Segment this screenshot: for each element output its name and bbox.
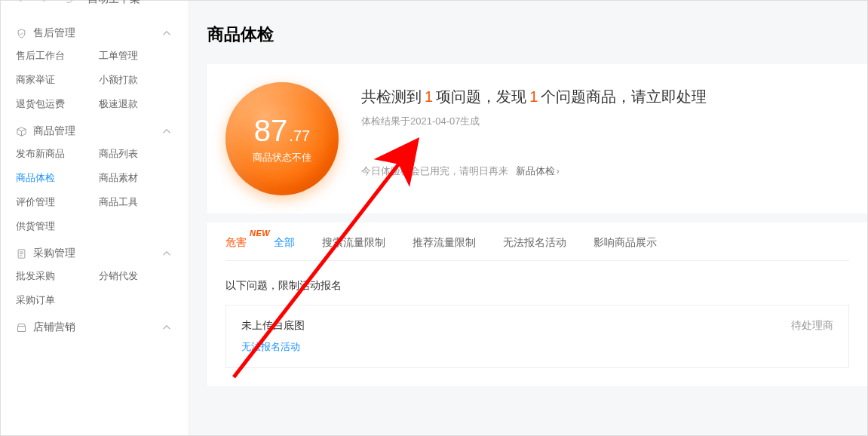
tab-danger[interactable]: 危害 NEW xyxy=(225,236,247,257)
caret-right-icon: › xyxy=(557,166,560,177)
issue-status: 待处理商 xyxy=(791,319,833,333)
back-icon[interactable] xyxy=(15,0,26,5)
shield-icon xyxy=(16,28,27,39)
sidebar-item[interactable]: 极速退款 xyxy=(99,97,174,111)
chevron-up-icon xyxy=(160,124,173,138)
tab-all[interactable]: 全部 xyxy=(274,236,295,257)
tab-no-activity[interactable]: 无法报名活动 xyxy=(503,236,566,257)
issues-heading: 以下问题，限制活动报名 xyxy=(225,279,849,293)
sidebar-section-product: 商品管理 发布新商品 商品列表 商品体检 商品素材 评价管理 商品工具 供货管理 xyxy=(16,124,173,233)
issue-name: 未上传白底图 xyxy=(241,319,305,333)
sidebar-item[interactable]: 工单管理 xyxy=(99,49,174,63)
sidebar-item[interactable]: 发布新商品 xyxy=(16,147,91,161)
sidebar-item[interactable]: 分销代发 xyxy=(99,269,174,283)
sidebar: 售后管理 售后工作台 工单管理 商家举证 小额打款 退货包运费 极速退款 商品管… xyxy=(1,1,189,435)
new-badge: NEW xyxy=(250,229,270,238)
forward-icon[interactable] xyxy=(39,0,50,5)
score-int: 87 xyxy=(254,114,288,148)
sidebar-item[interactable]: 采购订单 xyxy=(16,293,91,307)
sidebar-section-marketing: 店铺营销 xyxy=(16,321,173,334)
tab-search-limit[interactable]: 搜索流量限制 xyxy=(322,236,385,257)
top-nav: 自动上下架 xyxy=(15,0,140,6)
issues-card: 危害 NEW 全部 搜索流量限制 推荐流量限制 无法报名活动 影响商品展示 以下… xyxy=(207,223,867,386)
product-count: 1 xyxy=(529,88,538,105)
issue-item: 未上传白底图 无法报名活动 待处理商 xyxy=(225,305,849,368)
chevron-up-icon xyxy=(160,247,173,260)
sidebar-head-aftersale[interactable]: 售后管理 xyxy=(16,26,173,40)
main-area: 商品体检 87 .77 商品状态不佳 共检测到1项问题，发现1个问题商品，请立即… xyxy=(189,1,867,435)
sidebar-item[interactable]: 商品素材 xyxy=(99,171,174,185)
sidebar-item[interactable]: 评价管理 xyxy=(16,195,91,209)
chevron-up-icon xyxy=(160,321,173,334)
sidebar-section-aftersale: 售后管理 售后工作台 工单管理 商家举证 小额打款 退货包运费 极速退款 xyxy=(16,26,173,111)
sidebar-head-purchase[interactable]: 采购管理 xyxy=(16,247,173,260)
sidebar-item[interactable]: 小额打款 xyxy=(99,73,174,87)
chevron-up-icon xyxy=(160,26,173,40)
breadcrumb-text: 自动上下架 xyxy=(87,0,140,6)
box-icon xyxy=(16,126,27,137)
tab-display-affect[interactable]: 影响商品展示 xyxy=(593,236,657,257)
tip-text: 今日体验机会已用完，请明日再来 xyxy=(361,165,508,177)
summary-card: 87 .77 商品状态不佳 共检测到1项问题，发现1个问题商品，请立即处理 体检… xyxy=(207,64,867,213)
page-title: 商品体检 xyxy=(207,23,867,46)
sidebar-item[interactable]: 商品列表 xyxy=(99,147,174,161)
score-dec: .77 xyxy=(289,127,310,145)
sidebar-item[interactable]: 批发采购 xyxy=(16,269,91,283)
new-check-link[interactable]: 新品体检 xyxy=(516,165,555,177)
sidebar-head-marketing[interactable]: 店铺营销 xyxy=(16,321,173,334)
issue-count: 1 xyxy=(425,88,433,105)
summary-date: 体检结果于2021-04-07生成 xyxy=(361,115,867,128)
score-status: 商品状态不佳 xyxy=(253,151,311,164)
sidebar-item[interactable]: 退货包运费 xyxy=(16,97,91,111)
issue-tag-link[interactable]: 无法报名活动 xyxy=(241,340,305,354)
tab-row: 危害 NEW 全部 搜索流量限制 推荐流量限制 无法报名活动 影响商品展示 xyxy=(225,236,849,261)
score-ball: 87 .77 商品状态不佳 xyxy=(225,82,339,195)
store-icon xyxy=(16,322,27,333)
sidebar-item[interactable]: 商家举证 xyxy=(16,73,91,87)
summary-text: 共检测到1项问题，发现1个问题商品，请立即处理 体检结果于2021-04-07生… xyxy=(361,82,867,178)
sidebar-item-inspect[interactable]: 商品体检 xyxy=(16,171,91,185)
sidebar-item[interactable]: 售后工作台 xyxy=(16,49,91,63)
refresh-icon[interactable] xyxy=(63,0,74,5)
sidebar-head-product[interactable]: 商品管理 xyxy=(16,124,173,138)
file-icon xyxy=(16,248,27,259)
sidebar-section-purchase: 采购管理 批发采购 分销代发 采购订单 xyxy=(16,247,173,307)
tab-recommend-limit[interactable]: 推荐流量限制 xyxy=(413,236,476,257)
sidebar-item[interactable]: 商品工具 xyxy=(99,195,174,209)
sidebar-item[interactable]: 供货管理 xyxy=(16,220,91,233)
app-frame: 售后管理 售后工作台 工单管理 商家举证 小额打款 退货包运费 极速退款 商品管… xyxy=(0,0,868,436)
